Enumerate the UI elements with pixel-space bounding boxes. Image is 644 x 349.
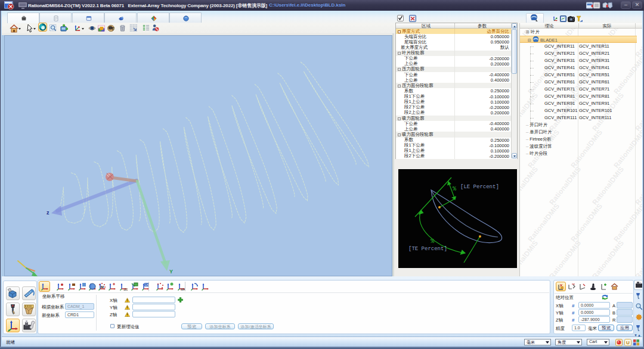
svg-text:U: U — [626, 340, 630, 345]
svg-text:%: % — [453, 186, 456, 192]
svg-text:z: z — [47, 210, 49, 216]
svg-text:101: 101 — [123, 288, 128, 291]
svg-text:Y: Y — [169, 269, 173, 275]
svg-text:M: M — [101, 285, 104, 289]
svg-text:%: % — [431, 238, 434, 245]
svg-text:[TE Percent]: [TE Percent] — [408, 246, 447, 252]
svg-text:[LE Percent]: [LE Percent] — [460, 184, 499, 190]
